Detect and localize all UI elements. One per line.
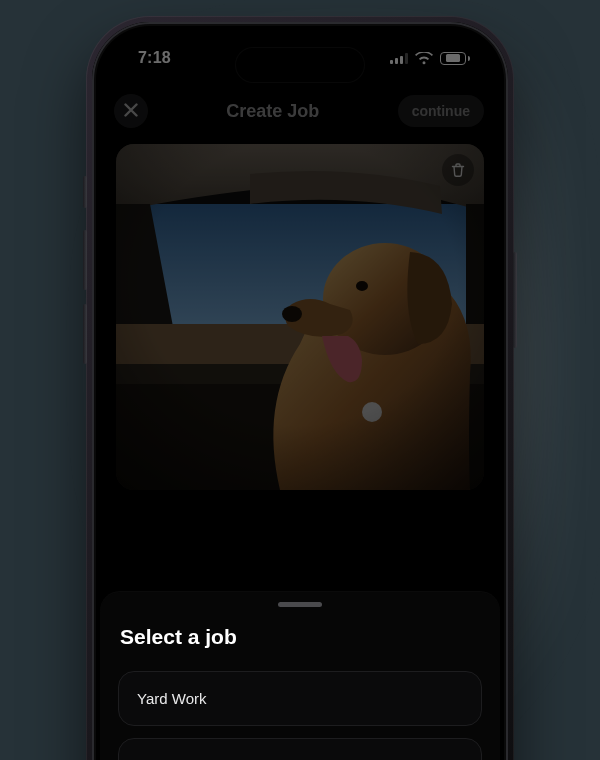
- job-option[interactable]: Yard Work: [118, 671, 482, 726]
- iphone-frame: 7:18 67: [86, 16, 514, 760]
- phone-power-button: [513, 252, 517, 348]
- iphone-rim: 7:18 67: [92, 22, 508, 760]
- phone-volume-down: [83, 304, 87, 364]
- screen: 7:18 67: [100, 30, 500, 760]
- dynamic-island: [236, 48, 364, 82]
- phone-silence-switch: [83, 176, 87, 208]
- job-option-list: Yard WorkSmall Business HelpDog Walking: [118, 671, 482, 760]
- sheet-title: Select a job: [120, 625, 482, 649]
- sheet-grabber[interactable]: [278, 602, 322, 607]
- job-option[interactable]: Small Business Help: [118, 738, 482, 760]
- select-job-sheet: Select a job Yard WorkSmall Business Hel…: [100, 592, 500, 760]
- phone-volume-up: [83, 230, 87, 290]
